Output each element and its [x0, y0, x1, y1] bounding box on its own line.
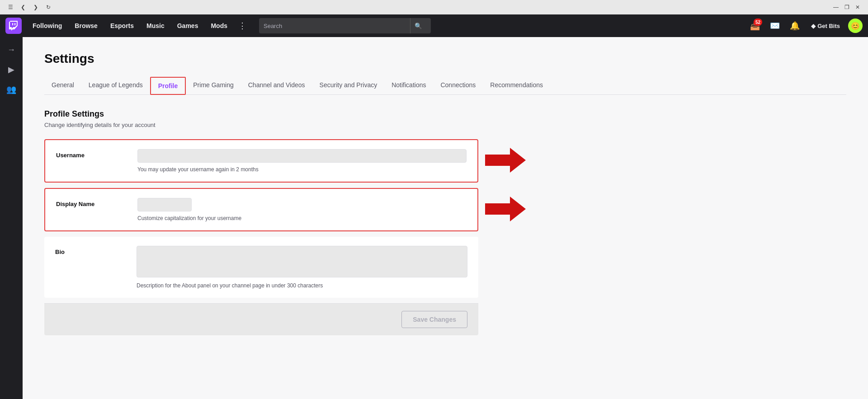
twitch-logo[interactable] [5, 18, 22, 34]
menu-button[interactable]: ☰ [5, 2, 15, 12]
friends-icon: 👥 [6, 84, 16, 94]
page-title: Settings [44, 52, 846, 66]
main-content: Settings General League of Legends Profi… [23, 37, 868, 399]
bell-icon: 🔔 [790, 21, 800, 31]
get-bits-label: Get Bits [817, 23, 840, 29]
tab-league[interactable]: League of Legends [81, 77, 150, 95]
display-name-hint: Customize capitalization for your userna… [137, 215, 467, 221]
display-name-arrow [485, 197, 526, 223]
search-box: 🔍 [259, 18, 431, 33]
tab-connections[interactable]: Connections [433, 77, 483, 95]
titlebar-controls: ☰ ❮ ❯ ↻ [5, 2, 53, 12]
settings-tabs: General League of Legends Profile Prime … [44, 77, 846, 95]
display-name-input[interactable] [137, 198, 192, 211]
search-input[interactable] [264, 23, 410, 29]
forward-button[interactable]: ❯ [31, 2, 41, 12]
maximize-button[interactable]: ❐ [842, 2, 852, 12]
display-name-label: Display Name [56, 198, 137, 207]
nav-music[interactable]: Music [141, 14, 170, 37]
collapse-icon: → [7, 45, 15, 55]
bio-input-area: Description for the About panel on your … [137, 246, 467, 289]
video-icon: ▶ [8, 65, 14, 75]
search-button[interactable]: 🔍 [410, 18, 426, 33]
svg-marker-0 [485, 148, 526, 173]
search-icon: 🔍 [415, 23, 422, 29]
nav-browse[interactable]: Browse [69, 14, 103, 37]
reload-button[interactable]: ↻ [43, 2, 53, 12]
app-body: → ▶ 👥 Settings General League of Legends… [0, 37, 868, 399]
bio-row: Bio Description for the About panel on y… [44, 237, 478, 298]
chat-icon: ✉️ [770, 21, 780, 31]
save-changes-button[interactable]: Save Changes [401, 311, 467, 328]
svg-marker-1 [485, 197, 526, 221]
notifications-button[interactable]: 📥 52 [747, 18, 763, 34]
sidebar-friends[interactable]: 👥 [2, 80, 20, 99]
profile-settings-wrapper: Profile Settings Change identifying deta… [44, 109, 478, 335]
username-input-area: You may update your username again in 2 … [137, 149, 467, 173]
username-hint: You may update your username again in 2 … [137, 166, 467, 173]
nav-mods[interactable]: Mods [205, 14, 233, 37]
username-arrow [485, 148, 526, 174]
bio-input[interactable] [137, 246, 467, 277]
bio-label: Bio [55, 246, 137, 255]
tab-prime[interactable]: Prime Gaming [186, 77, 241, 95]
bits-icon: ◆ [811, 23, 816, 29]
titlebar: ☰ ❮ ❯ ↻ — ❐ ✕ [0, 0, 868, 14]
section-subtitle: Change identifying details for your acco… [44, 122, 478, 128]
notification-badge: 52 [754, 19, 762, 26]
get-bits-button[interactable]: ◆ Get Bits [807, 20, 844, 32]
avatar-icon: 😊 [851, 22, 860, 30]
section-title: Profile Settings [44, 109, 478, 119]
tab-security[interactable]: Security and Privacy [312, 77, 385, 95]
back-button[interactable]: ❮ [18, 2, 28, 12]
username-row-container: Username You may update your username ag… [44, 139, 478, 183]
red-arrow-icon [485, 148, 526, 173]
user-avatar[interactable]: 😊 [848, 19, 863, 33]
navbar-actions: 📥 52 ✉️ 🔔 ◆ Get Bits 😊 [747, 18, 863, 34]
navbar: Following Browse Esports Music Games Mod… [0, 14, 868, 37]
username-row: Username You may update your username ag… [44, 139, 478, 183]
nav-esports[interactable]: Esports [105, 14, 139, 37]
minimize-button[interactable]: — [831, 2, 841, 12]
tab-notifications[interactable]: Notifications [384, 77, 433, 95]
messages-button[interactable]: ✉️ [767, 18, 783, 34]
whispers-button[interactable]: 🔔 [787, 18, 803, 34]
sidebar-collapse[interactable]: → [2, 41, 20, 59]
display-name-input-area: Customize capitalization for your userna… [137, 198, 467, 221]
twitch-logo-icon [9, 21, 19, 31]
tab-profile[interactable]: Profile [150, 77, 186, 95]
search-area: 🔍 [259, 18, 738, 33]
tab-channel[interactable]: Channel and Videos [241, 77, 312, 95]
tab-recommendations[interactable]: Recommendations [483, 77, 550, 95]
sidebar-stream[interactable]: ▶ [2, 61, 20, 79]
settings-bottom-bar: Save Changes [44, 303, 478, 335]
tab-general[interactable]: General [44, 77, 81, 95]
nav-games[interactable]: Games [172, 14, 204, 37]
bio-hint: Description for the About panel on your … [137, 282, 467, 289]
red-arrow-2-icon [485, 197, 526, 221]
username-input[interactable] [137, 149, 467, 163]
nav-following[interactable]: Following [27, 14, 67, 37]
close-button[interactable]: ✕ [853, 2, 863, 12]
window-controls: — ❐ ✕ [831, 2, 863, 12]
username-label: Username [56, 149, 137, 159]
display-name-row-container: Display Name Customize capitalization fo… [44, 188, 478, 231]
nav-more-button[interactable]: ⋮ [235, 14, 250, 37]
sidebar: → ▶ 👥 [0, 37, 23, 399]
display-name-row: Display Name Customize capitalization fo… [44, 188, 478, 231]
